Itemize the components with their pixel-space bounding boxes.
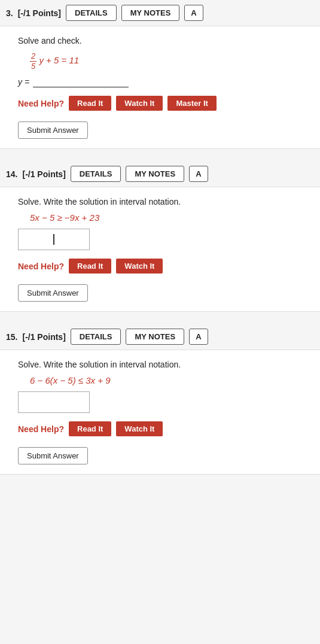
answer-input-area-15	[18, 391, 308, 413]
mynotes-button-14[interactable]: MY NOTES	[126, 166, 184, 182]
answer-input-area-14	[18, 229, 308, 250]
read-it-button-13[interactable]: Read It	[69, 96, 111, 111]
question-14-number: 14.	[6, 169, 17, 179]
mynotes-button-13[interactable]: MY NOTES	[121, 5, 180, 21]
answer-underline-13[interactable]	[33, 77, 129, 87]
read-it-button-15[interactable]: Read It	[69, 421, 111, 436]
equation-13: 2 5 y + 5 = 11	[30, 51, 308, 71]
problem-text-13: Solve and check.	[18, 36, 308, 45]
answer-input-15[interactable]	[18, 391, 90, 413]
ask-button-13[interactable]: A	[184, 5, 203, 21]
mynotes-button-15[interactable]: MY NOTES	[126, 329, 184, 345]
submit-button-13[interactable]: Submit Answer	[18, 121, 88, 139]
divider-1	[0, 155, 320, 161]
answer-input-14[interactable]	[18, 229, 90, 250]
equation-15: 6 − 6(x − 5) ≤ 3x + 9	[30, 375, 308, 385]
read-it-button-14[interactable]: Read It	[69, 259, 111, 274]
need-help-row-14: Need Help? Read It Watch It	[18, 259, 308, 274]
fraction-13: 2 5	[30, 51, 36, 71]
details-button-15[interactable]: DETAILS	[71, 329, 121, 345]
question-15-body: Solve. Write the solution in interval no…	[0, 350, 320, 475]
problem-text-15: Solve. Write the solution in interval no…	[18, 360, 308, 369]
question-13-points: [-/1 Points]	[18, 8, 61, 18]
master-it-button-13[interactable]: Master It	[167, 96, 216, 111]
equation-14: 5x − 5 ≥ −9x + 23	[30, 212, 308, 223]
answer-line-13: y =	[18, 77, 308, 87]
problem-text-14: Solve. Write the solution in interval no…	[18, 197, 308, 206]
question-15-number: 15.	[6, 332, 17, 342]
question-15-header: 15. [-/1 Points] DETAILS MY NOTES A	[0, 324, 320, 350]
need-help-row-13: Need Help? Read It Watch It Master It	[18, 96, 308, 111]
ask-button-15[interactable]: A	[189, 329, 208, 345]
submit-button-15[interactable]: Submit Answer	[18, 447, 88, 464]
watch-it-button-15[interactable]: Watch It	[116, 421, 163, 436]
need-help-row-15: Need Help? Read It Watch It	[18, 421, 308, 436]
need-help-label-15: Need Help?	[18, 424, 64, 434]
cursor-14	[53, 234, 54, 245]
question-13-number: 3.	[6, 8, 13, 18]
question-14-body: Solve. Write the solution in interval no…	[0, 187, 320, 312]
watch-it-button-14[interactable]: Watch It	[116, 259, 163, 274]
submit-button-14[interactable]: Submit Answer	[18, 284, 88, 302]
watch-it-button-13[interactable]: Watch It	[116, 96, 163, 111]
question-13-header: 3. [-/1 Points] DETAILS MY NOTES A	[0, 0, 320, 26]
need-help-label-14: Need Help?	[18, 262, 64, 271]
question-15-points: [-/1 Points]	[22, 332, 65, 342]
divider-2	[0, 318, 320, 324]
details-button-14[interactable]: DETAILS	[71, 166, 121, 182]
need-help-label-13: Need Help?	[18, 99, 64, 108]
question-14-points: [-/1 Points]	[22, 169, 65, 179]
question-14-header: 14. [-/1 Points] DETAILS MY NOTES A	[0, 161, 320, 187]
question-13-body: Solve and check. 2 5 y + 5 = 11 y = Need…	[0, 26, 320, 149]
details-button-13[interactable]: DETAILS	[66, 5, 117, 21]
answer-label-13: y =	[18, 77, 29, 87]
ask-button-14[interactable]: A	[189, 166, 208, 182]
